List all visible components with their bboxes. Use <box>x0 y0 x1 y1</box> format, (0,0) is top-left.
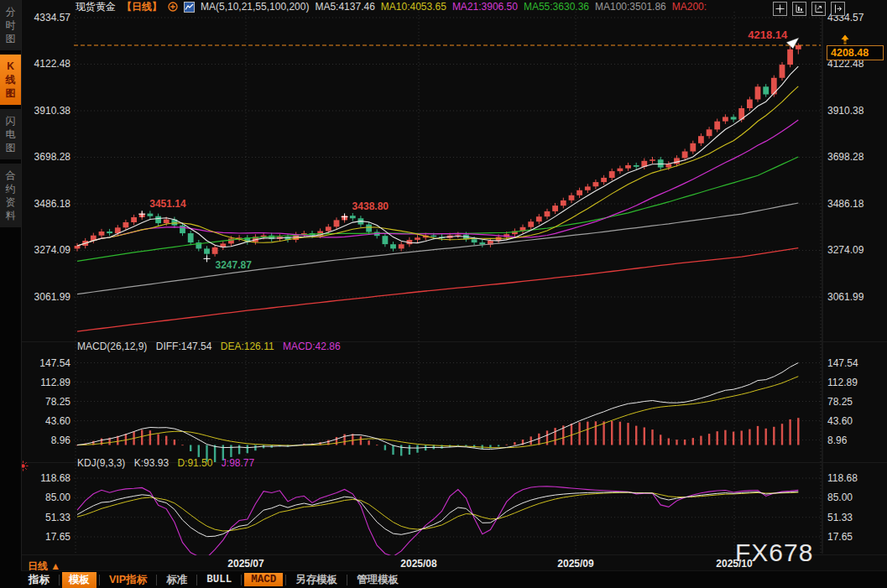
ma10-line <box>77 86 798 246</box>
y-axis-label: 4334.57 <box>22 12 70 23</box>
kdj-k-value: K:93.93 <box>134 457 169 469</box>
toolbar-tab-template[interactable]: 模板 <box>62 572 97 588</box>
y-axis-label: 3486.18 <box>827 198 864 210</box>
crosshair-icon[interactable] <box>773 2 787 16</box>
y-axis-label: 112.89 <box>827 377 858 388</box>
y-axis-label: 3061.99 <box>827 291 864 303</box>
y-axis-label: 118.68 <box>827 472 858 484</box>
chart-tool-icons <box>773 2 845 16</box>
kdj-k-line <box>77 492 798 537</box>
price-annotation: 3438.80 <box>352 200 389 212</box>
chart-app-window: 分时图 K线图 闪电图 合约资料 现货黄金 【日线】 MA(5,10,21,55… <box>0 0 887 588</box>
kdj-d-line <box>77 492 798 531</box>
last-price-value: 4208.48 <box>831 47 869 59</box>
toolbar-tab-macd[interactable]: MACD <box>244 573 283 586</box>
toolbar-tab-vip-indicators[interactable]: VIP指标 <box>102 572 154 588</box>
legend-ma5: MA5:4137.46 <box>315 1 374 13</box>
axis-zoom-out-icon[interactable] <box>811 2 826 16</box>
legend-ma100: MA100:3501.86 <box>595 1 666 13</box>
toolbar-separator <box>59 575 60 585</box>
y-axis-label: 85.00 <box>827 492 853 503</box>
y-axis-label: 8.96 <box>827 434 847 446</box>
price-annotation: 4218.14 <box>748 29 787 41</box>
legend-ma10: MA10:4053.65 <box>381 1 446 13</box>
y-axis-label: 43.60 <box>22 415 70 427</box>
macd-diff-line <box>77 363 798 450</box>
y-axis-label: 4122.48 <box>22 58 70 70</box>
y-axis-label: 3274.09 <box>22 244 70 256</box>
toolbar-separator <box>99 575 100 585</box>
y-axis-label: 78.25 <box>22 396 70 408</box>
toolbar-separator <box>196 575 197 585</box>
y-axis-label: 17.65 <box>22 531 70 543</box>
axis-zoom-in-icon[interactable] <box>792 2 806 16</box>
kdj-d-value: D:91.50 <box>177 457 212 469</box>
y-axis-label: 3698.28 <box>827 151 864 163</box>
x-axis-label: 2025/08 <box>400 558 436 570</box>
price-up-arrow-icon <box>840 34 850 44</box>
y-axis-label: 8.96 <box>22 434 70 446</box>
macd-diff-value: DIFF:147.54 <box>156 341 212 352</box>
sidebar-tab-contract-info[interactable]: 合约资料 <box>0 164 21 227</box>
macd-dea-line <box>77 377 798 448</box>
price-annotation: 3451.14 <box>149 198 185 210</box>
macd-hist-value: MACD:42.86 <box>283 341 341 352</box>
y-axis-label: 78.25 <box>827 396 853 408</box>
symbol-name: 现货黄金 <box>76 0 116 14</box>
y-axis-label: 3274.09 <box>827 244 864 256</box>
watermark: FX678 <box>735 539 813 567</box>
extreme-marker <box>204 255 211 262</box>
y-axis-label: 147.54 <box>827 357 858 369</box>
toolbar-separator <box>347 575 347 585</box>
toolbar-tab-standard[interactable]: 标准 <box>159 572 194 588</box>
last-price-tag: 4208.48 <box>827 45 884 60</box>
toolbar-tab-bull[interactable]: BULL <box>200 573 238 586</box>
y-axis-label: 51.33 <box>827 512 853 523</box>
toolbar-tab-save-template[interactable]: 另存模板 <box>289 572 344 588</box>
y-axis-label: 147.54 <box>22 357 70 369</box>
pan-right-icon[interactable] <box>831 2 845 16</box>
ma200-line <box>77 248 798 332</box>
x-axis-label: 2025/07 <box>227 558 263 570</box>
circle-plus-icon[interactable] <box>168 2 178 12</box>
y-axis-label: 17.65 <box>827 531 853 543</box>
legend-ma21: MA21:3906.50 <box>452 1 518 13</box>
chart-header: 现货黄金 【日线】 MA(5,10,21,55,100,200) MA5:413… <box>76 1 707 13</box>
line-chart-icon[interactable] <box>184 2 195 13</box>
toolbar-separator <box>156 575 157 585</box>
sidebar-tab-kline-chart[interactable]: K线图 <box>0 55 21 105</box>
ma-settings-label: MA(5,10,21,55,100,200) <box>201 1 309 13</box>
left-tab-bar: 分时图 K线图 闪电图 合约资料 <box>0 0 22 588</box>
ma100-line <box>77 203 798 294</box>
toolbar-separator <box>285 575 286 585</box>
y-axis-label: 3698.28 <box>22 151 70 163</box>
kdj-title: KDJ(9,3,3) <box>77 457 125 469</box>
y-axis-label: 85.00 <box>22 492 70 503</box>
y-axis-label: 3910.38 <box>22 105 70 117</box>
toolbar-tab-manage-template[interactable]: 管理模板 <box>350 572 405 588</box>
y-axis-label: 3061.99 <box>22 291 70 303</box>
price-annotation: 3247.87 <box>215 259 251 271</box>
chart-canvas[interactable] <box>0 0 887 555</box>
kdj-j-value: J:98.77 <box>222 457 254 469</box>
toolbar-tab-indicators[interactable]: 指标 <box>22 572 56 588</box>
macd-title: MACD(26,12,9) <box>77 341 147 352</box>
ma5-line <box>77 66 798 247</box>
legend-ma55: MA55:3630.36 <box>524 1 589 13</box>
sidebar-tab-lightning-chart[interactable]: 闪电图 <box>0 109 21 159</box>
legend-ma200: MA200: <box>672 1 707 13</box>
bottom-toolbar: 指标 模板 VIP指标 标准 BULL MACD 另存模板 管理模板 <box>21 570 887 588</box>
y-axis-label: 112.89 <box>22 377 70 388</box>
period-badge[interactable]: 【日线】 <box>122 0 162 14</box>
y-axis-label: 3910.38 <box>827 105 864 117</box>
toolbar-separator <box>241 575 242 585</box>
y-axis-label: 51.33 <box>22 512 70 523</box>
y-axis-label: 3486.18 <box>22 198 70 210</box>
x-axis-label: 2025/09 <box>557 558 593 570</box>
macd-panel-header: MACD(26,12,9) DIFF:147.54 DEA:126.11 MAC… <box>77 341 341 352</box>
kdj-panel-header: KDJ(9,3,3) K:93.93 D:91.50 J:98.77 <box>77 457 254 469</box>
sidebar-tab-time-chart[interactable]: 分时图 <box>0 0 21 50</box>
y-axis-label: 118.68 <box>22 472 70 484</box>
macd-dea-value: DEA:126.11 <box>221 341 274 352</box>
y-axis-label: 43.60 <box>827 415 853 427</box>
